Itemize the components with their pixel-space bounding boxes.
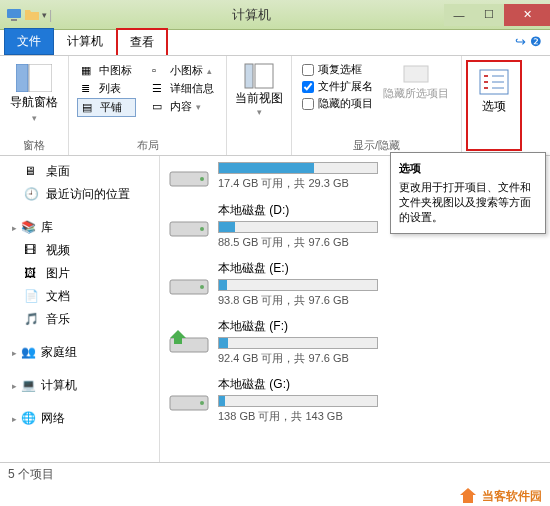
network-icon: 🌐 [21,411,37,427]
nav-pane-icon [16,64,52,92]
chevron-down-icon: ▾ [32,113,37,123]
current-view-button[interactable]: 当前视图 ▾ [233,60,285,139]
drive-icon [168,326,210,358]
hide-icon [402,62,430,86]
sidebar-item-documents[interactable]: 📄文档 [0,285,159,308]
sidebar-item-desktop[interactable]: 🖥桌面 [0,160,159,183]
checkbox-hidden-items[interactable]: 隐藏的项目 [302,96,373,111]
minimize-button[interactable]: — [444,4,474,26]
drive-icon [168,384,210,416]
sidebar-group-homegroup[interactable]: ▸👥家庭组 [0,341,159,364]
picture-icon: 🖼 [24,266,40,282]
sidebar: 🖥桌面 🕘最近访问的位置 ▸📚库 🎞视频 🖼图片 📄文档 🎵音乐 ▸👥家庭组 ▸… [0,156,160,486]
drive-item[interactable]: 本地磁盘 (F:) 92.4 GB 可用，共 97.6 GB [168,318,542,366]
layout-medium-icons[interactable]: ▦中图标 [77,62,136,79]
layout-small-icons[interactable]: ▫小图标▴ [148,62,218,79]
svg-rect-0 [7,9,21,18]
nav-pane-button[interactable]: 导航窗格 ▾ [6,60,62,136]
svg-rect-5 [255,64,273,88]
current-view-icon [243,62,275,90]
sidebar-item-music[interactable]: 🎵音乐 [0,308,159,331]
options-button[interactable]: 选项 [466,60,522,151]
house-icon [458,486,478,506]
layout-list[interactable]: ≣列表 [77,80,136,97]
sidebar-group-network[interactable]: ▸🌐网络 [0,407,159,430]
group-panes: 窗格 [6,136,62,155]
drive-item[interactable]: 本地磁盘 (E:) 93.8 GB 可用，共 97.6 GB [168,260,542,308]
homegroup-icon: 👥 [21,345,37,361]
sidebar-item-recent[interactable]: 🕘最近访问的位置 [0,183,159,206]
options-icon [478,68,510,96]
layout-content[interactable]: ▭内容▾ [148,98,218,115]
svg-point-9 [200,177,204,181]
video-icon: 🎞 [24,243,40,259]
recent-icon: 🕘 [24,187,40,203]
checkbox-file-extensions[interactable]: 文件扩展名 [302,79,373,94]
library-icon: 📚 [21,220,37,236]
tab-view[interactable]: 查看 [116,28,168,55]
computer-icon: 💻 [21,378,37,394]
computer-icon [6,7,22,23]
music-icon: 🎵 [24,312,40,328]
svg-point-13 [200,285,204,289]
tab-file[interactable]: 文件 [4,28,54,55]
layout-tiles[interactable]: ▤平铺 [77,98,136,117]
drive-icon [168,160,210,192]
tab-computer[interactable]: 计算机 [54,28,116,55]
title-bar: ▾ | 计算机 — ☐ ✕ [0,0,550,30]
layout-details[interactable]: ☰详细信息 [148,80,218,97]
status-bar: 5 个项目 [0,462,550,486]
group-layout: 布局 [75,136,220,155]
svg-point-16 [200,401,204,405]
svg-rect-3 [29,64,52,92]
folder-icon [24,7,40,23]
svg-rect-4 [245,64,253,88]
help-icon[interactable]: ↪ ❷ [515,34,542,49]
svg-rect-6 [404,66,428,82]
sidebar-item-pictures[interactable]: 🖼图片 [0,262,159,285]
status-text: 5 个项目 [8,466,54,483]
sidebar-item-video[interactable]: 🎞视频 [0,239,159,262]
chevron-down-icon[interactable]: ▾ [42,10,47,20]
sidebar-group-computer[interactable]: ▸💻计算机 [0,374,159,397]
ribbon: 导航窗格 ▾ 窗格 ▦中图标 ≣列表 ▤平铺 ▫小图标▴ ☰详细信息 ▭内容▾ … [0,56,550,156]
ribbon-tabs: 文件 计算机 查看 ↪ ❷ [0,30,550,56]
svg-point-11 [200,227,204,231]
drive-icon [168,210,210,242]
desktop-icon: 🖥 [24,164,40,180]
document-icon: 📄 [24,289,40,305]
close-button[interactable]: ✕ [504,4,550,26]
drive-icon [168,268,210,300]
svg-rect-1 [11,19,17,21]
svg-rect-2 [16,64,28,92]
options-tooltip: 选项 更改用于打开项目、文件和文件夹视图以及搜索等方面的设置。 [390,152,546,234]
maximize-button[interactable]: ☐ [474,4,504,26]
chevron-down-icon: ▾ [257,107,262,117]
checkbox-item-checkboxes[interactable]: 项复选框 [302,62,373,77]
watermark: 当客软件园 [458,486,542,506]
hide-selected-button: 隐藏所选项目 [377,60,455,136]
sidebar-group-libraries[interactable]: ▸📚库 [0,216,159,239]
window-title: 计算机 [58,6,444,24]
drive-item[interactable]: 本地磁盘 (G:) 138 GB 可用，共 143 GB [168,376,542,424]
